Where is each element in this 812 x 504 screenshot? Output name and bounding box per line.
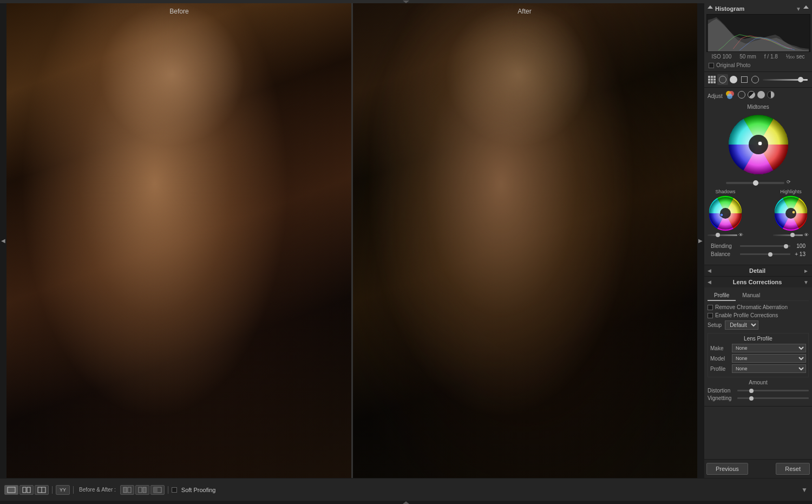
highlights-slider[interactable]	[773, 234, 803, 236]
adj-half[interactable]	[748, 91, 755, 99]
lens-tabs: Profile Manual	[708, 291, 809, 301]
tab-manual[interactable]: Manual	[736, 291, 767, 300]
original-photo-checkbox[interactable]	[709, 63, 714, 68]
midtones-wheel[interactable]	[726, 112, 791, 177]
enable-profile-checkbox[interactable]	[708, 313, 713, 318]
color-circles-icon[interactable]	[726, 91, 736, 101]
model-row: Model None	[710, 354, 806, 363]
svg-point-7	[758, 141, 762, 146]
bottom-right-controls: ▼	[801, 486, 808, 494]
photo-area: Before After	[6, 3, 697, 478]
lens-profile-title: Lens Profile	[710, 336, 806, 342]
view-solo-btn[interactable]	[4, 485, 18, 495]
ba-left-icon	[123, 487, 132, 493]
photo-before	[6, 3, 351, 478]
svg-rect-16	[8, 487, 15, 493]
distortion-slider[interactable]	[737, 390, 809, 391]
yy-button[interactable]: YY	[56, 485, 70, 495]
shadows-label: Shadows	[715, 189, 735, 194]
soft-proof-checkbox[interactable]	[172, 487, 177, 493]
view-grid-btn[interactable]	[19, 485, 34, 495]
highlights-group: Highlights	[773, 189, 809, 238]
midtones-wheel-svg	[726, 112, 791, 177]
brightness-tool[interactable]	[761, 74, 810, 85]
setup-dropdown[interactable]: Default	[725, 320, 758, 330]
ba-left-btn[interactable]	[120, 485, 134, 495]
ba-right-btn[interactable]	[135, 485, 149, 495]
profile-label: Profile	[710, 366, 732, 372]
distortion-row: Distortion	[708, 388, 809, 394]
square-tool-icon[interactable]	[739, 74, 750, 85]
vignetting-slider[interactable]	[737, 397, 809, 399]
separator1	[52, 486, 53, 494]
left-panel-toggle[interactable]: ◀	[0, 3, 6, 478]
app-container: ◀ Before After ▶	[0, 0, 812, 504]
histogram-section: Histogram ▼	[704, 3, 812, 72]
blending-label: Blending	[711, 243, 738, 249]
main-area: ◀ Before After ▶	[0, 3, 812, 478]
shadows-wheel[interactable]	[708, 195, 743, 231]
ba-split-btn[interactable]	[150, 485, 165, 495]
blending-slider[interactable]	[740, 245, 790, 247]
bottom-bar: YY Before & After :	[0, 478, 812, 501]
model-select[interactable]: None	[732, 354, 806, 363]
view-compare-btn[interactable]	[35, 485, 49, 495]
before-photo-content	[6, 3, 351, 478]
right-panel: Histogram ▼	[704, 3, 812, 478]
bottom-expand-icon[interactable]: ▼	[801, 486, 808, 494]
make-select[interactable]: None	[732, 344, 806, 352]
adj-outline1[interactable]	[738, 91, 745, 99]
ba-split-icon	[153, 487, 162, 493]
adj-half2[interactable]	[767, 91, 775, 99]
photo-after	[353, 3, 698, 478]
circle-tool-icon[interactable]	[717, 74, 728, 85]
balance-slider[interactable]	[740, 253, 790, 255]
histogram-title: Histogram	[715, 5, 744, 12]
svg-rect-22	[128, 487, 131, 493]
detail-section-header[interactable]: ◀ Detail ►	[704, 265, 812, 276]
midtones-reset-icon[interactable]: ⟳	[787, 179, 791, 185]
setup-row: Setup Default	[708, 320, 809, 330]
exif-info: ISO 100 50 mm f / 1.8 ½₀₀ sec	[706, 52, 810, 61]
hist-arrow-top-right	[803, 5, 809, 9]
shadows-slider[interactable]	[708, 234, 737, 236]
exif-aperture: f / 1.8	[764, 54, 778, 60]
right-panel-toggle[interactable]: ▶	[697, 3, 704, 478]
lens-collapse-left: ◀	[708, 279, 711, 285]
color-grade-section: Adjust	[704, 88, 812, 265]
previous-button[interactable]: Previous	[706, 463, 748, 475]
histogram-svg	[707, 15, 810, 51]
right-panel-bottom-btns: Previous Reset	[704, 459, 812, 478]
bottom-handle-arrow	[403, 501, 409, 504]
detail-title: Detail	[749, 267, 765, 274]
blending-row: Blending 100	[711, 243, 806, 249]
vignetting-row: Vignetting	[708, 395, 809, 401]
enable-profile-row: Enable Profile Corrections	[708, 312, 809, 318]
detail-collapse-left: ◀	[708, 268, 711, 273]
highlights-eye-icon[interactable]: 👁	[804, 232, 809, 238]
filled-circle-tool-icon[interactable]	[728, 74, 739, 85]
grid-tool-icon[interactable]	[706, 74, 717, 85]
tab-profile[interactable]: Profile	[708, 291, 736, 301]
right-panel-scroll[interactable]: Histogram ▼	[704, 3, 812, 459]
circle2-tool-icon[interactable]	[750, 74, 761, 85]
reset-button[interactable]: Reset	[776, 463, 810, 475]
lens-section-header[interactable]: ◀ Lens Corrections ▼	[704, 277, 812, 287]
svg-rect-18	[27, 487, 30, 493]
profile-select[interactable]: None	[732, 364, 806, 373]
shadows-eye-icon[interactable]: 👁	[738, 232, 743, 238]
adj-filled[interactable]	[757, 91, 765, 99]
top-handle-arrow	[403, 1, 409, 3]
svg-point-15	[792, 211, 795, 214]
highlights-label: Highlights	[780, 189, 802, 194]
highlights-slider-row: 👁	[773, 232, 809, 238]
balance-value: + 13	[793, 251, 806, 257]
detail-chevron: ►	[803, 268, 809, 274]
make-label: Make	[710, 345, 732, 351]
separator3	[168, 486, 168, 494]
svg-rect-26	[154, 487, 158, 493]
midtones-slider[interactable]	[726, 182, 784, 184]
remove-ca-checkbox[interactable]	[708, 305, 713, 310]
highlights-wheel[interactable]	[773, 195, 809, 231]
svg-point-11	[720, 213, 723, 217]
